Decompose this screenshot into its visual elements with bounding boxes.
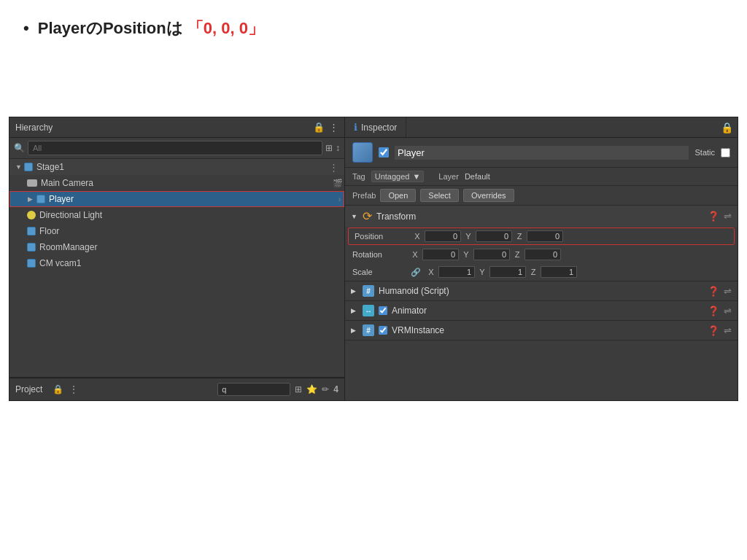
rotation-xyz: X Y Z bbox=[411, 249, 730, 260]
humanoid-more-icon[interactable]: ⇌ bbox=[724, 286, 732, 297]
static-label: Static bbox=[694, 148, 715, 157]
project-panel: Project 🔒 ⋮ ⊞ ⭐ ✏ 4 bbox=[9, 377, 345, 400]
overrides-button[interactable]: Overrides bbox=[463, 189, 514, 202]
vrm-header[interactable]: ▶ # VRMInstance ❓ ⇌ bbox=[345, 321, 738, 340]
object-cube-icon bbox=[352, 142, 373, 163]
rotation-y-input[interactable] bbox=[473, 249, 510, 260]
inspector-tab-bar: ℹ Inspector 🔒 bbox=[345, 117, 738, 138]
project-icon-4: 4 bbox=[333, 384, 338, 394]
position-x-axis: X bbox=[413, 232, 422, 241]
layer-label: Layer bbox=[438, 172, 459, 181]
more-icon[interactable]: ⋮ bbox=[329, 122, 338, 133]
hierarchy-item-main-camera[interactable]: Main Camera 🎬 bbox=[9, 175, 344, 191]
player-icon bbox=[36, 195, 45, 203]
player-arrow-icon: › bbox=[338, 195, 341, 203]
humanoid-help-icon[interactable]: ❓ bbox=[708, 286, 719, 297]
tag-dropdown[interactable]: Untagged ▼ bbox=[371, 171, 425, 182]
position-xyz: X Y Z bbox=[413, 230, 728, 242]
player-expand-icon: ▶ bbox=[28, 195, 35, 203]
vrm-help-icon[interactable]: ❓ bbox=[708, 325, 719, 336]
search-icon: 🔍 bbox=[14, 143, 25, 153]
animator-collapse-icon: ▶ bbox=[351, 307, 358, 314]
inspector-panel: ℹ Inspector 🔒 Static Tag Untagged ▼ bbox=[345, 117, 738, 400]
project-icon-2[interactable]: ⭐ bbox=[306, 384, 317, 394]
hierarchy-panel: Hierarchy 🔒 ⋮ 🔍 ⊞ ↕ ▼ Stage1 ⋮ bbox=[9, 117, 345, 400]
project-search-input[interactable] bbox=[217, 383, 290, 396]
humanoid-section: ▶ # Humanoid (Script) ❓ ⇌ bbox=[345, 281, 738, 301]
hierarchy-search-bar: 🔍 ⊞ ↕ bbox=[9, 138, 344, 159]
transform-right-icons: ❓ ⇌ bbox=[708, 211, 732, 222]
stage1-icon bbox=[24, 163, 33, 171]
main-camera-label: Main Camera bbox=[41, 178, 93, 188]
transform-more-icon[interactable]: ⇌ bbox=[724, 211, 732, 222]
scale-z-input[interactable] bbox=[541, 266, 577, 278]
inspector-content: Static Tag Untagged ▼ Layer Default Pref… bbox=[345, 138, 738, 400]
hierarchy-item-player[interactable]: ▶ Player › bbox=[9, 191, 344, 207]
scale-row: Scale 🔗 X Y Z bbox=[345, 263, 738, 281]
more-icon-project[interactable]: ⋮ bbox=[69, 384, 78, 394]
animator-header[interactable]: ▶ ↔ Animator ❓ ⇌ bbox=[345, 301, 738, 320]
inspector-tab-lock[interactable]: 🔒 bbox=[721, 122, 738, 133]
room-manager-icon bbox=[27, 243, 36, 252]
stage1-collapse-icon: ▼ bbox=[15, 163, 23, 171]
position-row: Position X Y Z bbox=[348, 228, 735, 245]
cm-vcam1-label: CM vcam1 bbox=[39, 258, 81, 268]
rotation-row: Rotation X Y Z bbox=[345, 246, 738, 263]
position-y-axis: Y bbox=[464, 232, 473, 241]
project-title: Project bbox=[15, 384, 42, 394]
hierarchy-item-room-manager[interactable]: RoomManager bbox=[9, 239, 344, 255]
select-button[interactable]: Select bbox=[420, 189, 459, 202]
floor-icon bbox=[27, 227, 36, 236]
project-icon-3[interactable]: ✏ bbox=[322, 384, 329, 394]
lock-icon[interactable]: 🔒 bbox=[313, 122, 325, 133]
position-x-input[interactable] bbox=[425, 230, 461, 242]
transform-header[interactable]: ▼ ⟳ Transform ❓ ⇌ bbox=[345, 206, 738, 227]
tag-value: Untagged bbox=[375, 172, 410, 181]
stage1-label: Stage1 bbox=[36, 162, 64, 172]
scale-x-input[interactable] bbox=[438, 266, 475, 278]
humanoid-header[interactable]: ▶ # Humanoid (Script) ❓ ⇌ bbox=[345, 281, 738, 300]
humanoid-hash-icon: # bbox=[363, 285, 374, 297]
annotation-text: • PlayerのPositionは 「0, 0, 0」 bbox=[0, 0, 747, 51]
hierarchy-search-input[interactable] bbox=[28, 141, 322, 155]
hierarchy-items: ▼ Stage1 ⋮ Main Camera 🎬 ▶ Player › bbox=[9, 159, 344, 400]
vrm-collapse-icon: ▶ bbox=[351, 327, 358, 334]
transform-help-icon[interactable]: ❓ bbox=[708, 211, 719, 222]
hierarchy-item-stage1[interactable]: ▼ Stage1 ⋮ bbox=[9, 159, 344, 175]
unity-editor: Hierarchy 🔒 ⋮ 🔍 ⊞ ↕ ▼ Stage1 ⋮ bbox=[9, 117, 738, 401]
vrm-hash-icon: # bbox=[363, 324, 374, 336]
vrm-more-icon[interactable]: ⇌ bbox=[724, 325, 732, 336]
rotation-z-axis: Z bbox=[513, 250, 522, 259]
hierarchy-item-directional-light[interactable]: Directional Light bbox=[9, 207, 344, 223]
hierarchy-title: Hierarchy bbox=[15, 122, 53, 133]
layer-value: Default bbox=[465, 172, 490, 181]
position-z-axis: Z bbox=[515, 232, 524, 241]
stage1-more-icon[interactable]: ⋮ bbox=[329, 162, 338, 173]
hierarchy-item-floor[interactable]: Floor bbox=[9, 223, 344, 239]
humanoid-collapse-icon: ▶ bbox=[351, 287, 358, 295]
position-y-input[interactable] bbox=[476, 230, 512, 242]
tag-label: Tag bbox=[352, 172, 365, 181]
scale-y-input[interactable] bbox=[489, 266, 526, 278]
lock-icon-project[interactable]: 🔒 bbox=[53, 384, 63, 394]
inspector-tab[interactable]: ℹ Inspector bbox=[345, 117, 406, 137]
rotation-z-input[interactable] bbox=[525, 249, 561, 260]
floor-label: Floor bbox=[39, 226, 59, 236]
object-active-checkbox[interactable] bbox=[379, 147, 389, 158]
static-checkbox[interactable] bbox=[721, 148, 730, 158]
prefab-row: Prefab Open Select Overrides bbox=[345, 186, 738, 206]
transform-icon: ⟳ bbox=[363, 209, 372, 223]
search-options-icon[interactable]: ⊞ bbox=[325, 143, 333, 153]
hierarchy-item-cm-vcam1[interactable]: CM vcam1 bbox=[9, 255, 344, 271]
project-icon-1[interactable]: ⊞ bbox=[295, 384, 302, 394]
vrm-active-checkbox[interactable] bbox=[379, 326, 387, 335]
search-filter-icon[interactable]: ↕ bbox=[336, 143, 340, 153]
open-button[interactable]: Open bbox=[380, 189, 416, 202]
object-name-field[interactable] bbox=[395, 146, 689, 160]
animator-more-icon[interactable]: ⇌ bbox=[724, 306, 732, 316]
position-z-input[interactable] bbox=[527, 230, 563, 242]
animator-active-checkbox[interactable] bbox=[379, 306, 387, 315]
animator-help-icon[interactable]: ❓ bbox=[708, 306, 719, 316]
scale-x-axis: X bbox=[427, 268, 436, 276]
rotation-x-input[interactable] bbox=[422, 249, 459, 260]
